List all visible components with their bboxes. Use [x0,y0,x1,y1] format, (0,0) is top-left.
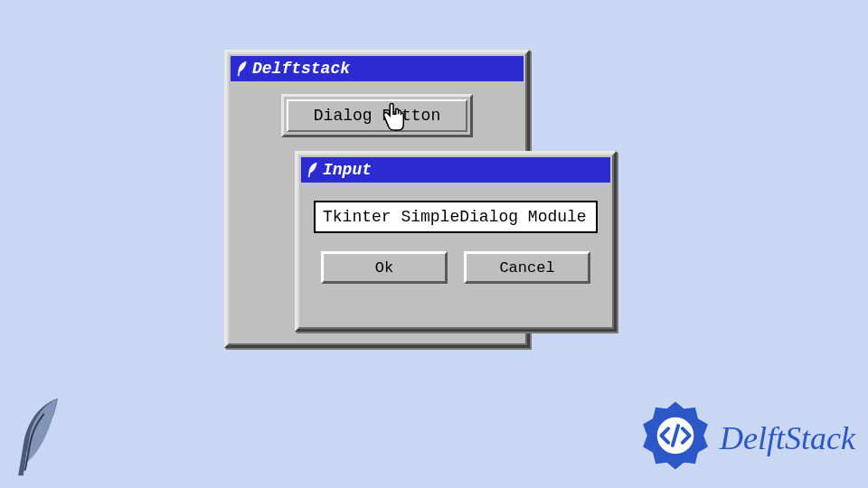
dialog-button[interactable]: Dialog Button [281,94,473,137]
cancel-button-label: Cancel [499,259,554,277]
cancel-button[interactable]: Cancel [464,251,590,284]
main-window-title: Delftstack [252,60,350,78]
feather-icon [7,395,69,481]
ok-button[interactable]: Ok [321,251,448,284]
input-dialog-textfield[interactable] [314,201,598,233]
main-window-titlebar[interactable]: Delftstack [231,56,524,81]
input-dialog-inner: Input Ok Cancel [297,154,614,329]
ok-button-label: Ok [375,259,393,277]
brand-name: DelftStack [720,419,855,457]
feather-icon [234,60,249,78]
input-dialog-title: Input [323,161,372,179]
brand-logo: DelftStack [640,400,855,475]
dialog-button-label: Dialog Button [314,107,440,125]
input-dialog-button-row: Ok Cancel [314,251,598,284]
feather-icon [305,161,319,179]
input-dialog-body: Ok Cancel [301,183,610,295]
input-dialog: Input Ok Cancel [295,151,617,332]
code-badge-icon [640,400,711,475]
input-dialog-titlebar[interactable]: Input [301,157,610,183]
dialog-button-inner: Dialog Button [287,99,467,132]
